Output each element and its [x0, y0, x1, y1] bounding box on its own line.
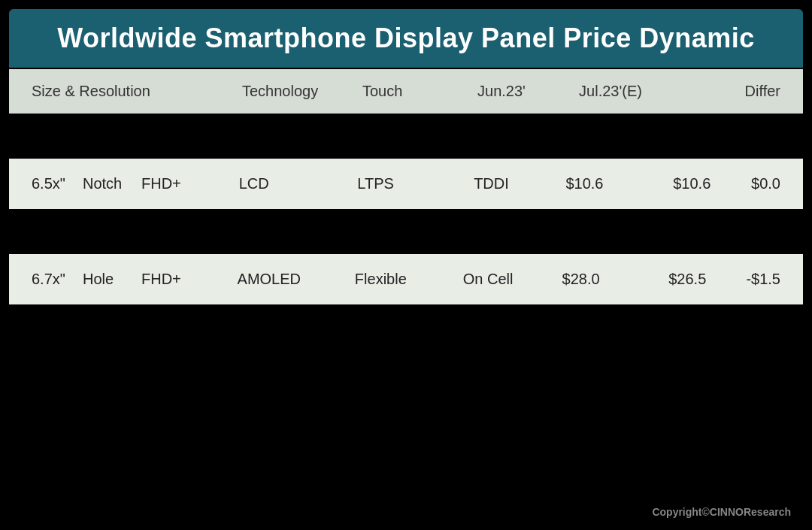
cell-jul-0: $10.6 [632, 175, 751, 192]
title-bar: Worldwide Smartphone Display Panel Price… [9, 9, 803, 68]
cell-touch-sub-0: TDDI [446, 175, 536, 192]
gap-1 [9, 114, 803, 159]
header-touch: Touch [362, 83, 453, 100]
table-container: Size & Resolution Technology Touch Jun.2… [9, 68, 803, 500]
header-jun: Jun.23' [453, 83, 550, 100]
cell-notch-0: Notch [83, 175, 128, 192]
page-wrapper: Worldwide Smartphone Display Panel Price… [0, 0, 812, 530]
cell-size-resolution-0: 6.5x" Notch FHD+ [32, 175, 239, 192]
cell-notch-1: Hole [83, 271, 128, 288]
cell-size-0: 6.5x" [32, 175, 69, 192]
table-row: 6.7x" Hole FHD+ AMOLED Flexible On Cell … [9, 254, 803, 304]
header-size-resolution: Size & Resolution [32, 83, 242, 100]
cell-jul-1: $26.5 [629, 271, 746, 288]
cell-jun-1: $28.0 [533, 271, 629, 288]
cell-touch-sub-1: On Cell [443, 271, 533, 288]
cell-size-resolution-1: 6.7x" Hole FHD+ [32, 271, 238, 288]
cell-touch-type-0: LTPS [357, 175, 446, 192]
header-row: Size & Resolution Technology Touch Jun.2… [9, 69, 803, 114]
cell-technology-0: LCD [239, 175, 358, 192]
header-jul: Jul.23'(E) [550, 83, 671, 100]
cell-touch-type-1: Flexible [355, 271, 443, 288]
cell-size-1: 6.7x" [32, 271, 69, 288]
cell-differ-0: $0.0 [751, 175, 780, 192]
gap-2 [9, 209, 803, 254]
cell-differ-1: -$1.5 [746, 271, 780, 288]
cell-jun-0: $10.6 [536, 175, 632, 192]
gap-3 [9, 304, 803, 500]
header-differ: Differ [671, 83, 780, 100]
cell-resolution-1: FHD+ [141, 271, 181, 288]
page-title: Worldwide Smartphone Display Panel Price… [57, 23, 755, 53]
copyright: Copyright©CINNOResearch [9, 500, 803, 521]
header-technology: Technology [242, 83, 362, 100]
cell-technology-1: AMOLED [238, 271, 355, 288]
table-row: 6.5x" Notch FHD+ LCD LTPS TDDI $10.6 $10… [9, 159, 803, 209]
cell-resolution-0: FHD+ [141, 175, 181, 192]
